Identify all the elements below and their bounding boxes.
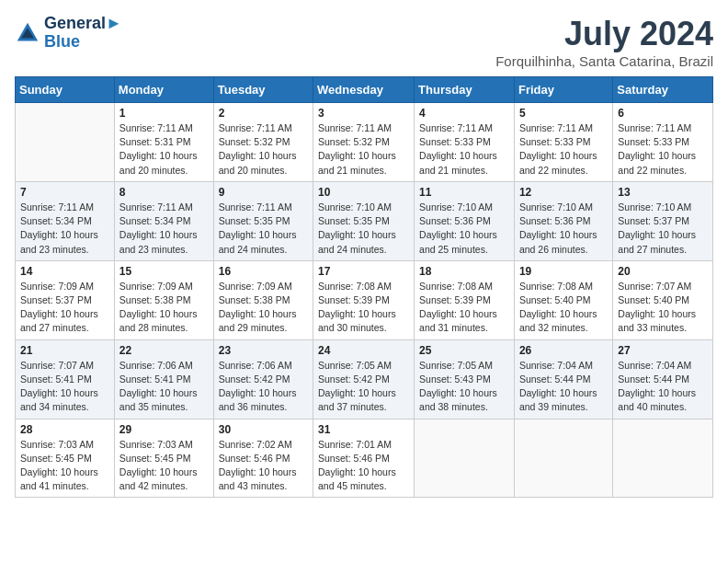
calendar-cell	[514, 419, 612, 498]
calendar-cell: 7Sunrise: 7:11 AMSunset: 5:34 PMDaylight…	[16, 181, 115, 260]
day-detail: Sunrise: 7:08 AMSunset: 5:39 PMDaylight:…	[419, 280, 509, 336]
day-detail: Sunrise: 7:04 AMSunset: 5:44 PMDaylight:…	[519, 359, 608, 415]
day-detail: Sunrise: 7:10 AMSunset: 5:36 PMDaylight:…	[519, 201, 608, 257]
day-number: 8	[119, 186, 209, 199]
day-number: 7	[20, 186, 109, 199]
day-number: 21	[20, 344, 109, 357]
day-detail: Sunrise: 7:07 AMSunset: 5:41 PMDaylight:…	[20, 359, 109, 415]
header-sunday: Sunday	[16, 77, 115, 103]
header-thursday: Thursday	[415, 77, 515, 103]
day-number: 29	[119, 423, 209, 436]
calendar-cell: 18Sunrise: 7:08 AMSunset: 5:39 PMDayligh…	[415, 260, 515, 339]
day-detail: Sunrise: 7:11 AMSunset: 5:34 PMDaylight:…	[20, 201, 109, 257]
calendar-cell: 21Sunrise: 7:07 AMSunset: 5:41 PMDayligh…	[16, 339, 115, 419]
calendar-header-row: SundayMondayTuesdayWednesdayThursdayFrid…	[16, 77, 713, 103]
day-number: 26	[519, 344, 608, 357]
calendar-cell: 19Sunrise: 7:08 AMSunset: 5:40 PMDayligh…	[514, 260, 612, 339]
day-number: 31	[318, 423, 409, 436]
day-number: 4	[419, 107, 509, 120]
day-detail: Sunrise: 7:11 AMSunset: 5:32 PMDaylight:…	[219, 121, 308, 178]
day-detail: Sunrise: 7:11 AMSunset: 5:35 PMDaylight:…	[219, 201, 308, 257]
calendar-cell: 9Sunrise: 7:11 AMSunset: 5:35 PMDaylight…	[213, 181, 313, 260]
day-detail: Sunrise: 7:02 AMSunset: 5:46 PMDaylight:…	[219, 438, 308, 494]
day-detail: Sunrise: 7:06 AMSunset: 5:41 PMDaylight:…	[119, 359, 209, 415]
calendar-cell: 25Sunrise: 7:05 AMSunset: 5:43 PMDayligh…	[415, 339, 515, 419]
day-number: 13	[618, 186, 708, 199]
month-title: July 2024	[495, 15, 713, 53]
logo-text: General► Blue	[44, 15, 122, 52]
day-detail: Sunrise: 7:09 AMSunset: 5:38 PMDaylight:…	[119, 280, 209, 336]
day-detail: Sunrise: 7:10 AMSunset: 5:36 PMDaylight:…	[419, 201, 509, 257]
calendar-cell: 27Sunrise: 7:04 AMSunset: 5:44 PMDayligh…	[613, 339, 713, 419]
day-detail: Sunrise: 7:11 AMSunset: 5:34 PMDaylight:…	[119, 201, 209, 257]
calendar-cell: 2Sunrise: 7:11 AMSunset: 5:32 PMDaylight…	[213, 103, 313, 182]
day-detail: Sunrise: 7:05 AMSunset: 5:42 PMDaylight:…	[318, 359, 409, 415]
calendar-table: SundayMondayTuesdayWednesdayThursdayFrid…	[15, 76, 713, 498]
logo-icon	[15, 20, 40, 46]
header-monday: Monday	[114, 77, 213, 103]
day-detail: Sunrise: 7:11 AMSunset: 5:31 PMDaylight:…	[119, 121, 209, 178]
day-detail: Sunrise: 7:03 AMSunset: 5:45 PMDaylight:…	[119, 438, 209, 494]
day-number: 16	[219, 265, 308, 278]
title-block: July 2024 Forquilhinha, Santa Catarina, …	[495, 15, 713, 69]
day-detail: Sunrise: 7:10 AMSunset: 5:35 PMDaylight:…	[318, 201, 409, 257]
header-wednesday: Wednesday	[313, 77, 415, 103]
calendar-cell: 14Sunrise: 7:09 AMSunset: 5:37 PMDayligh…	[16, 260, 115, 339]
day-number: 15	[119, 265, 209, 278]
day-detail: Sunrise: 7:08 AMSunset: 5:39 PMDaylight:…	[318, 280, 409, 336]
day-detail: Sunrise: 7:05 AMSunset: 5:43 PMDaylight:…	[419, 359, 509, 415]
day-number: 28	[20, 423, 109, 436]
day-detail: Sunrise: 7:11 AMSunset: 5:33 PMDaylight:…	[419, 121, 509, 178]
day-detail: Sunrise: 7:07 AMSunset: 5:40 PMDaylight:…	[618, 280, 708, 336]
day-detail: Sunrise: 7:10 AMSunset: 5:37 PMDaylight:…	[618, 201, 708, 257]
day-detail: Sunrise: 7:01 AMSunset: 5:46 PMDaylight:…	[318, 438, 409, 494]
day-number: 25	[419, 344, 509, 357]
calendar-cell: 20Sunrise: 7:07 AMSunset: 5:40 PMDayligh…	[613, 260, 713, 339]
calendar-cell: 12Sunrise: 7:10 AMSunset: 5:36 PMDayligh…	[514, 181, 612, 260]
calendar-cell: 3Sunrise: 7:11 AMSunset: 5:32 PMDaylight…	[313, 103, 415, 182]
day-number: 5	[519, 107, 608, 120]
day-number: 23	[219, 344, 308, 357]
day-detail: Sunrise: 7:11 AMSunset: 5:32 PMDaylight:…	[318, 121, 409, 178]
day-number: 2	[219, 107, 308, 120]
calendar-cell	[613, 419, 713, 498]
location: Forquilhinha, Santa Catarina, Brazil	[495, 53, 713, 69]
calendar-cell: 23Sunrise: 7:06 AMSunset: 5:42 PMDayligh…	[213, 339, 313, 419]
page-header: General► Blue July 2024 Forquilhinha, Sa…	[15, 15, 713, 69]
calendar-cell: 11Sunrise: 7:10 AMSunset: 5:36 PMDayligh…	[415, 181, 515, 260]
day-number: 6	[618, 107, 708, 120]
day-detail: Sunrise: 7:09 AMSunset: 5:37 PMDaylight:…	[20, 280, 109, 336]
calendar-cell: 6Sunrise: 7:11 AMSunset: 5:33 PMDaylight…	[613, 103, 713, 182]
day-detail: Sunrise: 7:06 AMSunset: 5:42 PMDaylight:…	[219, 359, 308, 415]
day-detail: Sunrise: 7:09 AMSunset: 5:38 PMDaylight:…	[219, 280, 308, 336]
header-saturday: Saturday	[613, 77, 713, 103]
calendar-cell: 13Sunrise: 7:10 AMSunset: 5:37 PMDayligh…	[613, 181, 713, 260]
day-number: 14	[20, 265, 109, 278]
header-friday: Friday	[514, 77, 612, 103]
day-number: 18	[419, 265, 509, 278]
calendar-week-1: 1Sunrise: 7:11 AMSunset: 5:31 PMDaylight…	[16, 103, 713, 182]
calendar-cell: 26Sunrise: 7:04 AMSunset: 5:44 PMDayligh…	[514, 339, 612, 419]
day-number: 24	[318, 344, 409, 357]
calendar-cell: 30Sunrise: 7:02 AMSunset: 5:46 PMDayligh…	[213, 419, 313, 498]
day-detail: Sunrise: 7:11 AMSunset: 5:33 PMDaylight:…	[519, 121, 608, 178]
calendar-cell: 31Sunrise: 7:01 AMSunset: 5:46 PMDayligh…	[313, 419, 415, 498]
calendar-week-4: 21Sunrise: 7:07 AMSunset: 5:41 PMDayligh…	[16, 339, 713, 419]
calendar-cell: 1Sunrise: 7:11 AMSunset: 5:31 PMDaylight…	[114, 103, 213, 182]
calendar-cell: 16Sunrise: 7:09 AMSunset: 5:38 PMDayligh…	[213, 260, 313, 339]
calendar-week-2: 7Sunrise: 7:11 AMSunset: 5:34 PMDaylight…	[16, 181, 713, 260]
day-number: 11	[419, 186, 509, 199]
day-number: 12	[519, 186, 608, 199]
calendar-cell: 24Sunrise: 7:05 AMSunset: 5:42 PMDayligh…	[313, 339, 415, 419]
day-number: 17	[318, 265, 409, 278]
day-number: 1	[119, 107, 209, 120]
calendar-cell: 29Sunrise: 7:03 AMSunset: 5:45 PMDayligh…	[114, 419, 213, 498]
header-tuesday: Tuesday	[213, 77, 313, 103]
calendar-cell: 15Sunrise: 7:09 AMSunset: 5:38 PMDayligh…	[114, 260, 213, 339]
day-detail: Sunrise: 7:04 AMSunset: 5:44 PMDaylight:…	[618, 359, 708, 415]
day-detail: Sunrise: 7:03 AMSunset: 5:45 PMDaylight:…	[20, 438, 109, 494]
day-number: 20	[618, 265, 708, 278]
day-detail: Sunrise: 7:11 AMSunset: 5:33 PMDaylight:…	[618, 121, 708, 178]
calendar-cell: 8Sunrise: 7:11 AMSunset: 5:34 PMDaylight…	[114, 181, 213, 260]
calendar-cell: 10Sunrise: 7:10 AMSunset: 5:35 PMDayligh…	[313, 181, 415, 260]
